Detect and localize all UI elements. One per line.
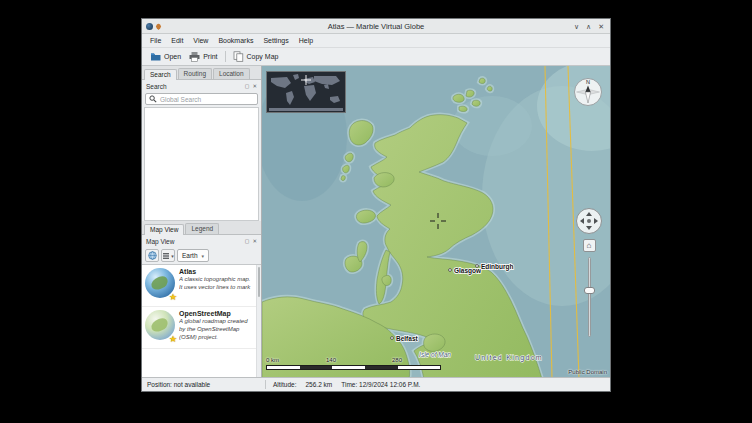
zoom-slider-track[interactable] (588, 257, 591, 337)
compass-rose[interactable]: N (573, 77, 603, 107)
country-label-united-kingdom: United Kingdom (475, 354, 543, 362)
celestial-body-value: Earth (182, 252, 198, 259)
open-label: Open (164, 53, 181, 60)
print-label: Print (203, 53, 217, 60)
theme-display-mode-button[interactable]: ▾ (161, 249, 175, 262)
theme-item-openstreetmap[interactable]: ★ OpenStreetMap A global roadmap created… (142, 307, 261, 349)
map-view-panel-title: Map View (146, 238, 174, 245)
status-time: Time: 12/9/2024 12:06 P.M. (341, 381, 420, 388)
copy-icon (233, 51, 244, 62)
float-panel-icon[interactable]: ◻ (245, 83, 250, 89)
window-title: Atlas — Marble Virtual Globe (142, 22, 610, 31)
menu-edit[interactable]: Edit (166, 34, 188, 48)
folder-open-icon (150, 51, 161, 62)
zoom-slider-handle[interactable] (584, 287, 595, 294)
pan-up-arrow-icon[interactable] (586, 212, 592, 216)
tab-search[interactable]: Search (144, 69, 177, 80)
city-label-belfast: Belfast (396, 335, 419, 342)
search-panel-title: Search (146, 83, 167, 90)
chevron-down-icon: ▾ (202, 253, 205, 259)
search-placeholder: Global Search (160, 96, 201, 103)
tab-map-view[interactable]: Map View (144, 224, 184, 235)
close-panel-icon[interactable]: ✕ (252, 83, 257, 89)
pan-dpad[interactable] (576, 208, 602, 234)
pan-right-arrow-icon[interactable] (594, 218, 598, 224)
status-altitude-label: Altitude: (273, 381, 297, 388)
pan-left-arrow-icon[interactable] (580, 218, 584, 224)
map-theme-list: ★ Atlas A classic topographic map. It us… (142, 264, 261, 377)
sidebar-bottom-tabs: Map View Legend (142, 221, 261, 235)
close-panel-icon[interactable]: ✕ (252, 238, 257, 244)
compass-north-label: N (586, 79, 590, 85)
map-canvas[interactable]: Glasgow Edinburgh Belfast Isle of Man Un… (262, 66, 610, 377)
city-dot-belfast (391, 337, 394, 340)
sidebar: Search Routing Location Search ◻ ✕ (142, 66, 262, 377)
theme-description: A global roadmap created by the OpenStre… (179, 318, 253, 341)
navigation-float: ⌂ (576, 208, 602, 337)
scale-label-mid: 140 (326, 357, 336, 363)
scale-label-end: 280 (392, 357, 402, 363)
favorite-star-icon[interactable]: ★ (169, 293, 177, 302)
map-scale-bar: 0 km 140 280 (266, 357, 441, 370)
theme-name: OpenStreetMap (179, 310, 253, 317)
city-dot-glasgow (449, 269, 452, 272)
menu-help[interactable]: Help (294, 34, 318, 48)
sidebar-top-tabs: Search Routing Location (142, 66, 261, 80)
statusbar: Position: not available Altitude: 256.2 … (142, 377, 610, 391)
zoom-slider[interactable] (585, 257, 594, 337)
marble-window: Atlas — Marble Virtual Globe ∨ ∧ ✕ File … (141, 18, 611, 392)
search-input[interactable]: Global Search (145, 93, 258, 105)
tab-location[interactable]: Location (213, 68, 250, 79)
theme-item-atlas[interactable]: ★ Atlas A classic topographic map. It us… (142, 265, 261, 307)
close-button[interactable]: ✕ (598, 23, 604, 30)
globe-icon (148, 251, 157, 260)
desktop-background: Atlas — Marble Virtual Globe ∨ ∧ ✕ File … (0, 0, 752, 423)
tab-legend[interactable]: Legend (185, 223, 219, 234)
print-button[interactable]: Print (185, 49, 221, 64)
menu-file[interactable]: File (145, 34, 166, 48)
home-button[interactable]: ⌂ (583, 239, 596, 252)
celestial-body-select[interactable]: Earth ▾ (177, 249, 209, 262)
scale-ruler (266, 365, 441, 370)
theme-list-scrollbar[interactable] (256, 265, 261, 377)
float-panel-icon[interactable]: ◻ (245, 238, 250, 244)
menubar: File Edit View Bookmarks Settings Help (142, 34, 610, 48)
menu-bookmarks[interactable]: Bookmarks (213, 34, 258, 48)
menu-settings[interactable]: Settings (258, 34, 293, 48)
favorite-star-icon[interactable]: ★ (169, 335, 177, 344)
map-attribution: Public Domain (568, 369, 607, 375)
main-toolbar: Open Print Copy Map (142, 48, 610, 66)
minimize-button[interactable]: ∨ (574, 23, 579, 30)
maximize-button[interactable]: ∧ (586, 23, 591, 30)
titlebar[interactable]: Atlas — Marble Virtual Globe ∨ ∧ ✕ (142, 19, 610, 34)
copy-map-button[interactable]: Copy Map (229, 49, 283, 64)
globe-view-button[interactable] (145, 249, 159, 262)
city-dot-edinburgh (476, 265, 479, 268)
open-button[interactable]: Open (146, 49, 185, 64)
menu-view[interactable]: View (188, 34, 213, 48)
status-altitude-value: 256.2 km (306, 381, 333, 388)
pan-center-dot[interactable] (587, 219, 591, 223)
pan-down-arrow-icon[interactable] (586, 226, 592, 230)
pin-icon (155, 22, 162, 29)
toolbar-separator (225, 51, 226, 62)
map-view-controls: ▾ Earth ▾ (142, 247, 261, 264)
theme-description: A classic topographic map. It uses vecto… (179, 276, 253, 292)
search-icon (149, 95, 157, 103)
chevron-down-icon: ▾ (171, 253, 174, 259)
map-view-panel-header: Map View ◻ ✕ (142, 235, 261, 247)
city-label-edinburgh: Edinburgh (481, 263, 514, 271)
scale-label-start: 0 km (266, 357, 279, 363)
status-position: Position: not available (147, 381, 265, 388)
search-results-list[interactable] (144, 107, 259, 221)
city-label-glasgow: Glasgow (454, 267, 482, 275)
printer-icon (189, 51, 200, 62)
copy-map-label: Copy Map (247, 53, 279, 60)
tab-routing[interactable]: Routing (178, 68, 212, 79)
search-panel-header: Search ◻ ✕ (142, 80, 261, 92)
list-icon (162, 252, 170, 260)
status-separator (265, 380, 266, 389)
overview-world-map[interactable] (266, 71, 346, 113)
app-icon (146, 23, 153, 30)
theme-name: Atlas (179, 268, 253, 275)
